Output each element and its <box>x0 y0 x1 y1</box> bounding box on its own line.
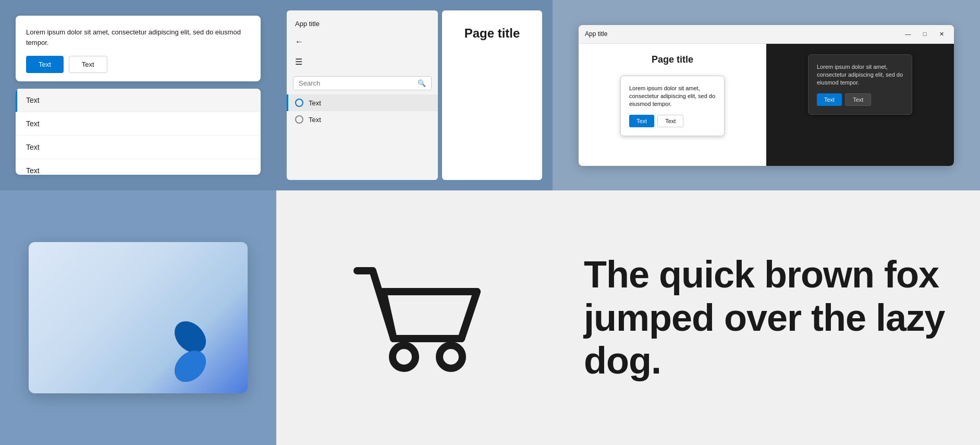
cell-bottom-center <box>276 190 553 445</box>
cell-top-center: App title ← ☰ 🔍 Text Text Page title <box>276 0 553 190</box>
maximize-button[interactable]: □ <box>918 28 931 40</box>
list-item-label: Text <box>26 143 40 151</box>
svg-point-5 <box>439 345 462 368</box>
window-dialog-dark-text: Lorem ipsum dolor sit amet, consectetur … <box>817 63 903 87</box>
dialog-buttons: Text Text <box>26 56 250 73</box>
page-title: Page title <box>464 26 520 41</box>
window-dark-side: Lorem ipsum dolor sit amet, consectetur … <box>766 44 954 166</box>
nav-app-title: App title <box>287 16 438 32</box>
cell-top-left: Lorem ipsum dolor sit amet, consectetur … <box>0 0 276 190</box>
search-icon: 🔍 <box>418 79 426 87</box>
typography-display: The quick brown fox jumped over the lazy… <box>584 253 949 382</box>
cell-bottom-right: The quick brown fox jumped over the lazy… <box>553 190 980 445</box>
close-button[interactable]: ✕ <box>935 28 948 40</box>
svg-point-4 <box>393 345 415 368</box>
list-box: Text Text Text Text <box>16 89 261 175</box>
laptop-screen <box>29 242 248 393</box>
window-dialog-dark-primary[interactable]: Text <box>817 93 842 106</box>
list-item[interactable]: Text <box>16 136 261 159</box>
nav-item-label: Text <box>309 99 321 107</box>
window-content-split: Page title Lorem ipsum dolor sit amet, c… <box>579 44 954 166</box>
main-grid: Lorem ipsum dolor sit amet, consectetur … <box>0 0 980 445</box>
window-title: App title <box>585 30 902 38</box>
search-input[interactable] <box>299 79 418 87</box>
dialog-box: Lorem ipsum dolor sit amet, consectetur … <box>16 16 261 81</box>
dialog-secondary-button[interactable]: Text <box>69 56 107 73</box>
nav-item-label: Text <box>309 116 321 124</box>
minimize-button[interactable]: — <box>902 28 914 40</box>
list-item-label: Text <box>26 119 40 128</box>
list-item[interactable]: Text <box>16 159 261 175</box>
cell-top-right: App title — □ ✕ Page title Lorem ipsum d… <box>553 0 980 190</box>
window-dialog-dark-buttons: Text Text <box>817 93 903 106</box>
window-dialog-secondary[interactable]: Text <box>657 115 683 127</box>
back-button[interactable]: ← <box>287 32 438 52</box>
list-item-label: Text <box>26 96 40 104</box>
window-dialog-light: Lorem ipsum dolor sit amet, consectetur … <box>620 76 725 136</box>
window-light-side: Page title Lorem ipsum dolor sit amet, c… <box>579 44 766 166</box>
nav-panel: App title ← ☰ 🔍 Text Text <box>287 10 438 180</box>
window-titlebar: App title — □ ✕ <box>579 25 954 44</box>
window-dialog-primary[interactable]: Text <box>629 115 654 127</box>
window-frame: App title — □ ✕ Page title Lorem ipsum d… <box>579 25 954 166</box>
nav-item-2[interactable]: Text <box>287 111 438 128</box>
page-area: Page title <box>442 10 542 180</box>
nav-item-1[interactable]: Text <box>287 94 438 111</box>
list-item[interactable]: Text <box>16 89 261 112</box>
window-dialog-dark: Lorem ipsum dolor sit amet, consectetur … <box>808 54 912 115</box>
window-page-title: Page title <box>652 54 693 65</box>
menu-button[interactable]: ☰ <box>287 52 438 72</box>
dialog-primary-button[interactable]: Text <box>26 56 64 73</box>
window-controls: — □ ✕ <box>902 28 948 40</box>
window-dialog-dark-secondary[interactable]: Text <box>845 93 871 106</box>
search-box: 🔍 <box>293 76 432 90</box>
cart-icon <box>341 250 487 386</box>
radio-selected-icon <box>295 99 303 107</box>
cell-bottom-left <box>0 190 276 445</box>
list-item[interactable]: Text <box>16 112 261 136</box>
radio-unselected-icon <box>295 115 303 124</box>
window-dialog-text: Lorem ipsum dolor sit amet, consectetur … <box>629 85 716 109</box>
list-item-label: Text <box>26 166 40 175</box>
dialog-text: Lorem ipsum dolor sit amet, consectetur … <box>26 27 250 47</box>
laptop-mockup <box>29 242 248 393</box>
window-dialog-buttons: Text Text <box>629 115 716 127</box>
